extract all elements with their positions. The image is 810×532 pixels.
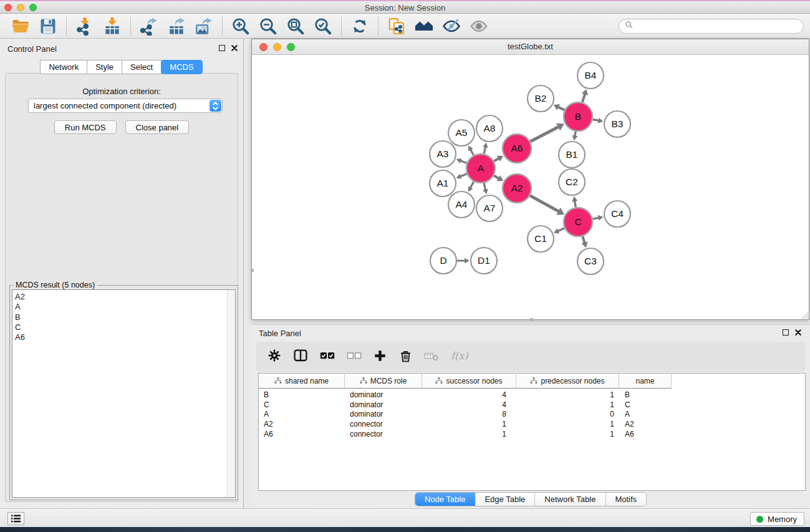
import-table-button[interactable] bbox=[102, 16, 122, 36]
table-row[interactable]: A2connector11A2 bbox=[259, 419, 805, 429]
table-cell[interactable]: dominator bbox=[345, 400, 422, 409]
edge-C-C3[interactable] bbox=[582, 236, 584, 243]
tab-network-table[interactable]: Network Table bbox=[534, 493, 605, 506]
table-cell[interactable]: 8 bbox=[422, 410, 516, 418]
table-cell[interactable]: 4 bbox=[422, 390, 516, 399]
edge-B-B1[interactable] bbox=[575, 132, 576, 137]
tab-style[interactable]: Style bbox=[87, 60, 122, 74]
export-table-button[interactable] bbox=[166, 16, 186, 36]
control-panel-float-button[interactable] bbox=[219, 45, 225, 51]
delete-row-button[interactable] bbox=[398, 348, 413, 365]
run-mcds-button[interactable]: Run MCDS bbox=[54, 120, 117, 134]
mcds-result-item[interactable]: B bbox=[15, 312, 235, 322]
search-field[interactable] bbox=[619, 19, 804, 34]
edge-A2-C[interactable] bbox=[530, 196, 559, 212]
column-header-name[interactable]: name bbox=[619, 374, 672, 389]
table-panel-float-button[interactable] bbox=[783, 329, 789, 336]
table-cell[interactable]: connector bbox=[345, 430, 422, 438]
task-history-button[interactable] bbox=[7, 512, 24, 525]
table-cell[interactable]: C bbox=[619, 400, 672, 409]
table-cell[interactable]: A6 bbox=[619, 430, 672, 438]
zoom-selected-button[interactable] bbox=[313, 16, 333, 36]
table-cell[interactable]: A bbox=[619, 410, 672, 418]
edge-A-A2[interactable] bbox=[494, 176, 499, 179]
edge-A6-B[interactable] bbox=[530, 127, 559, 142]
select-all-checks-button[interactable] bbox=[319, 348, 335, 365]
import-network-button[interactable] bbox=[75, 16, 95, 36]
deselect-all-checks-button[interactable] bbox=[347, 348, 362, 365]
table-cell[interactable]: 1 bbox=[422, 430, 516, 438]
tab-network[interactable]: Network bbox=[40, 60, 87, 74]
table-row[interactable]: Cdominator41C bbox=[259, 400, 805, 410]
tab-motifs[interactable]: Motifs bbox=[605, 493, 646, 506]
table-row[interactable]: A6connector11A6 bbox=[259, 429, 805, 439]
table-cell[interactable]: A2 bbox=[619, 420, 672, 428]
table-cell[interactable]: C bbox=[259, 400, 345, 409]
edge-A-A1[interactable] bbox=[460, 174, 467, 177]
refresh-layout-button[interactable] bbox=[350, 16, 370, 36]
resize-grip-icon[interactable] bbox=[799, 310, 809, 319]
tab-select[interactable]: Select bbox=[122, 60, 162, 74]
edge-A-A6[interactable] bbox=[494, 158, 499, 162]
network-close-button[interactable] bbox=[259, 43, 268, 51]
new-network-from-selection-button[interactable] bbox=[387, 16, 407, 36]
table-cell[interactable]: A6 bbox=[259, 430, 345, 438]
mcds-result-item[interactable]: A2 bbox=[15, 292, 235, 302]
edge-B-B3[interactable] bbox=[593, 119, 599, 120]
table-panel-close-icon[interactable] bbox=[795, 329, 801, 336]
edge-A-A3[interactable] bbox=[460, 161, 466, 163]
mcds-result-list[interactable]: A2ABCA6 bbox=[12, 289, 236, 498]
table-cell[interactable]: B bbox=[619, 390, 672, 399]
export-network-button[interactable] bbox=[139, 16, 159, 36]
mcds-result-item[interactable]: A6 bbox=[15, 332, 235, 342]
column-header-shared-name[interactable]: shared name bbox=[259, 374, 345, 389]
table-cell[interactable]: connector bbox=[345, 420, 422, 428]
zoom-in-button[interactable] bbox=[231, 16, 251, 36]
tab-edge-table[interactable]: Edge Table bbox=[475, 493, 534, 506]
table-cell[interactable]: 0 bbox=[516, 410, 619, 418]
table-cell[interactable]: 4 bbox=[422, 400, 516, 409]
table-row[interactable]: Bdominator41B bbox=[259, 390, 805, 400]
search-input[interactable] bbox=[637, 22, 798, 31]
control-panel-close-icon[interactable] bbox=[231, 45, 238, 51]
table-cell[interactable]: 1 bbox=[516, 430, 619, 438]
edge-B-B2[interactable] bbox=[558, 107, 565, 110]
close-panel-button[interactable]: Close panel bbox=[125, 120, 190, 134]
edge-A-A5[interactable] bbox=[470, 149, 473, 155]
column-header-mcds-role[interactable]: MCDS role bbox=[345, 374, 422, 389]
table-row[interactable]: Adominator80A bbox=[259, 410, 805, 420]
network-canvas[interactable]: AA1A2A3A4A5A6A7A8BB1B2B3B4CC1C2C3C4DD1 bbox=[252, 55, 809, 319]
column-header-successor-nodes[interactable]: successor nodes bbox=[422, 374, 516, 389]
settings-gear-button[interactable] bbox=[267, 348, 282, 365]
hide-selected-button[interactable] bbox=[441, 16, 461, 36]
show-all-button[interactable] bbox=[469, 16, 489, 36]
table-cell[interactable]: B bbox=[259, 390, 345, 399]
first-neighbors-button[interactable] bbox=[414, 16, 434, 36]
add-row-button[interactable] bbox=[373, 348, 387, 365]
edge-A-A8[interactable] bbox=[484, 147, 485, 153]
table-cell[interactable]: 1 bbox=[516, 400, 619, 409]
open-file-button[interactable] bbox=[11, 16, 31, 36]
zoom-out-button[interactable] bbox=[258, 16, 278, 36]
edge-A-A4[interactable] bbox=[470, 181, 474, 188]
edge-B-B4[interactable] bbox=[582, 94, 585, 102]
edge-A-A7[interactable] bbox=[484, 183, 485, 190]
column-header-predecessor-nodes[interactable]: predecessor nodes bbox=[516, 374, 619, 389]
memory-button[interactable]: Memory bbox=[750, 512, 804, 526]
edge-C-C4[interactable] bbox=[593, 218, 599, 219]
table-cell[interactable]: dominator bbox=[345, 390, 422, 399]
tab-mcds[interactable]: MCDS bbox=[161, 60, 202, 74]
table-cell[interactable]: A2 bbox=[259, 420, 345, 428]
network-minimize-button[interactable] bbox=[273, 43, 281, 51]
table-cell[interactable]: 1 bbox=[422, 420, 516, 428]
zoom-fit-button[interactable] bbox=[286, 16, 306, 36]
tab-node-table[interactable]: Node Table bbox=[415, 493, 475, 506]
mcds-result-item[interactable]: A bbox=[15, 302, 235, 312]
export-image-button[interactable] bbox=[194, 16, 214, 36]
mcds-result-item[interactable]: C bbox=[15, 322, 235, 332]
save-session-button[interactable] bbox=[38, 16, 58, 36]
edge-C-C1[interactable] bbox=[557, 228, 564, 231]
table-cell[interactable]: 1 bbox=[516, 420, 619, 428]
table-cell[interactable]: A bbox=[259, 410, 345, 418]
split-columns-button[interactable] bbox=[293, 348, 308, 365]
